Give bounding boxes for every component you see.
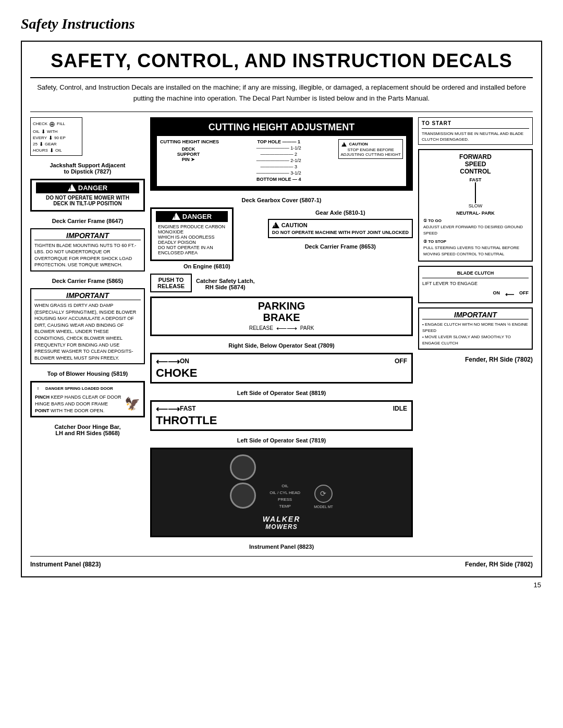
check-label: CHECK [33,121,47,126]
page-number: 15 [534,581,541,589]
throttle-box: ⟵⟶ FAST IDLE THROTTLE [150,400,413,431]
left-column: CHECK ⊕ FILL OIL ⬇ WITH EVERY ⬇ 90 EP [30,117,145,550]
important-fender-box: IMPORTANT • ENGAGE CLUTCH WITH NO MORE T… [418,307,533,350]
fill-label: FILL [57,121,65,126]
gauge-left [230,454,256,480]
oil-check-decal: CHECK ⊕ FILL OIL ⬇ WITH EVERY ⬇ 90 EP [30,117,82,156]
danger-engine-box: DANGER ENGINES PRODUCE CARBON MONOXIDE W… [150,207,234,261]
to-go-label: ① TO GO [423,218,528,224]
ch-deck-support: DECK SUPPORT PIN ➤ [160,146,217,162]
bottom-labels: Instrument Panel (8823) Fender, RH Side … [30,556,533,568]
parking-brake-title: PARKING BRAKE [156,300,407,323]
with-label: WITH [47,129,57,134]
choke-left-arrow-icon: ⟵⟶ [156,356,180,366]
throttle-title: THROTTLE [156,414,407,427]
main-content-border: SAFETY, CONTROL, AND INSTRUCTION DECALS … [21,41,542,577]
cutting-height-inner: CUTTING HEIGHT INCHES DECK SUPPORT PIN ➤… [157,136,406,186]
danger-deck-text: DO NOT OPERATE MOWER WITH DECK IN TILT-U… [36,193,139,208]
throttle-fast-idle-row: ⟵⟶ FAST IDLE [156,404,407,414]
gear-label: GEAR [45,142,57,146]
release-label: RELEASE [249,325,273,331]
transmission-note: TRANSMISSION MUST BE IN NEUTRAL AND BLAD… [422,131,529,142]
danger-engine-text: ENGINES PRODUCE CARBON MONOXIDE WHICH IS… [156,222,228,257]
main-heading: SAFETY, CONTROL, AND INSTRUCTION DECALS [30,50,533,78]
arrow-both-icon: ⟵⟶ [276,324,297,332]
throttle-left-arrow-icon: ⟵⟶ [156,404,180,414]
oil-cyl-label: OIL / CYL HEAD [270,490,300,495]
neutral-park-label: NEUTRAL- PARK [423,211,528,216]
danger-pinch-box: DANGER SPRING LOADED DOOR PINCH KEEP HAN… [30,381,145,417]
instrument-panel-label: Instrument Panel (8823) [150,544,413,550]
important-fender-header: IMPORTANT [422,311,529,319]
to-start-label: TO START [422,120,529,129]
on-label-fender: ON [493,290,500,299]
fast-label: FAST [469,177,481,182]
choke-off-label: OFF [395,357,407,365]
blade-clutch-box: BLADE CLUTCH LIFT LEVER TO ENGAGE ON ⟵ O… [418,266,533,303]
catcher-door-label: Catcher Door Hinge Bar, LH and RH Sides … [30,424,145,436]
throttle-idle-label: IDLE [393,405,407,412]
important-box-2: IMPORTANT WHEN GRASS IS DIRTY AND DAMP (… [30,288,145,364]
blower-housing-label: Top of Blower Housing (5819) [30,371,145,377]
choke-on-label: ON [180,357,189,365]
fender-bottom-label: Fender, RH Side (7802) [465,561,533,568]
ch-heights: TOP HOLE ——— 1 ——————— 1-1/2 ——————— 2 —… [223,139,334,183]
temp-label: TEMP [279,504,291,509]
danger-pinch-triangle-icon [36,386,43,391]
pinch-point-icon: 🦅 [125,397,140,411]
important-fender-text: • ENGAGE CLUTCH WITH NO MORE THAN ½ ENGI… [422,322,529,347]
deck-carrier-8647-label: Deck Carrier Frame (8647) [30,218,145,224]
key-switch: ⟳ [314,485,333,503]
oil-label2: OIL [55,148,62,153]
page-title: Safety Instructions [21,16,542,32]
right-column: TO START TRANSMISSION MUST BE IN NEUTRAL… [418,117,533,550]
jackshaft-label: Jackshaft Support Adjacent to Dipstick (… [30,162,145,175]
deck-carrier-8653-label: Deck Carrier Frame (8653) [268,243,413,250]
important-header-1: IMPORTANT [34,231,141,240]
choke-box: ⟵⟶ ON OFF CHOKE [150,353,413,384]
oil-label: OIL [33,129,40,134]
lift-lever-label: LIFT LEVER TO ENGAGE [422,280,478,288]
instrument-panel-bottom-label: Instrument Panel (8823) [30,561,101,568]
hours-label: 25 [33,142,38,146]
push-to-label: PUSH TO [154,277,188,283]
push-to-release-box: PUSH TO RELEASE [150,274,192,292]
press-label: PRESS [278,497,292,502]
danger-deck-box: DANGER DO NOT OPERATE MOWER WITH DECK IN… [30,179,145,212]
park-label: PARK [300,325,314,331]
model-label: MODEL MT [314,505,333,509]
caution-pivot-text: DO NOT OPERATE MACHINE WITH PIVOT JOINT … [272,230,409,235]
catcher-safety-label: Catcher Safety Latch, RH Side (5874) [196,278,254,290]
ch-caution: CAUTION STOP ENGINE BEFOREADJUSTING CUTT… [338,139,403,183]
caution-pivot-box: CAUTION DO NOT OPERATE MACHINE WITH PIVO… [268,219,413,238]
oil-label-ip: OIL [282,484,288,488]
caution-pivot-header: CAUTION [272,222,409,228]
ch-top-label: CUTTING HEIGHT INCHES [160,139,219,144]
danger-pinch-text: PINCH KEEP HANDS CLEAR OF DOOR HINGE BAR… [35,394,121,414]
danger-engine-header: DANGER [156,211,228,222]
deck-gearbox-label: Deck Gearbox Cover (5807-1) [150,197,413,203]
deck-carrier-5865-label: Deck Carrier Frame (5865) [30,278,145,284]
cutting-height-box: CUTTING HEIGHT ADJUSTMENT CUTTING HEIGHT… [150,117,413,191]
row-danger-engine: DANGER ENGINES PRODUCE CARBON MONOXIDE W… [150,207,413,269]
to-go-text: ADJUST LEVER FORWARD TO DESIRED GROUND S… [423,224,528,237]
choke-title: CHOKE [156,366,407,380]
important-text-1: TIGHTEN BLADE MOUNTING NUTS TO 60 FT.-LB… [34,242,141,268]
gauge-right [230,483,256,509]
to-stop-text: PULL STEERING LEVERS TO NEUTRAL BEFORE M… [423,245,528,257]
important-header-2: IMPORTANT [34,291,141,300]
slow-label: SLOW [469,203,483,208]
danger-triangle-icon [68,184,76,191]
right-side-seat-label: Right Side, Below Operator Seat (7809) [150,342,413,349]
caution-pivot-triangle-icon [272,222,279,228]
gear-axle-label: Gear Axle (5810-1) [268,209,413,216]
instrument-panel-box: OIL OIL / CYL HEAD PRESS TEMP ⟳ MODEL MT [150,448,413,537]
release-label: RELEASE [154,283,188,289]
parking-brake-box: PARKING BRAKE RELEASE ⟵⟶ PARK [150,297,413,336]
danger-engine-triangle-icon [172,213,180,220]
forward-speed-box: FORWARD SPEED CONTROL FAST SLOW NEUTRAL-… [418,149,533,262]
cutting-height-title: CUTTING HEIGHT ADJUSTMENT [157,122,406,133]
forward-speed-title: FORWARD SPEED CONTROL [423,153,528,175]
every-label: EVERY [33,135,47,140]
important-text-2: WHEN GRASS IS DIRTY AND DAMP (ESPECIALLY… [34,302,141,361]
